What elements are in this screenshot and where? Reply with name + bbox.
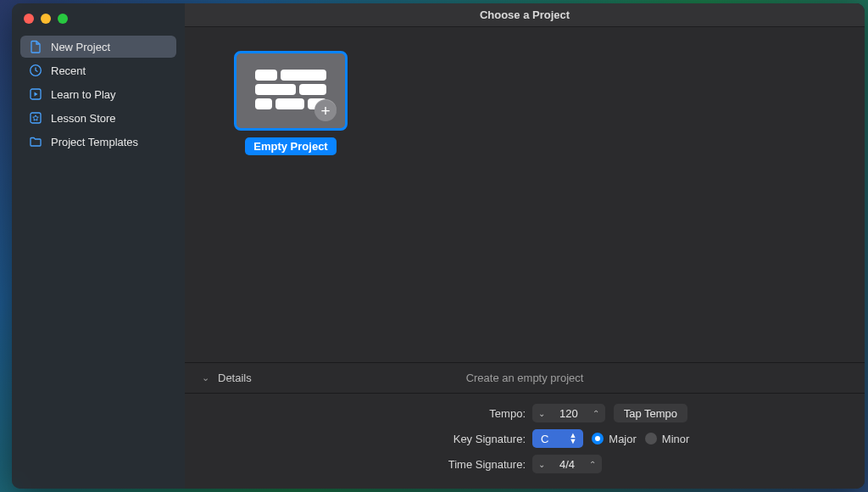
- stepper-down-icon[interactable]: ⌄: [532, 409, 551, 418]
- select-arrows-icon: ▲▼: [569, 433, 580, 444]
- sidebar-item-label: New Project: [51, 41, 110, 53]
- window-controls: [12, 10, 185, 36]
- stepper-down-icon[interactable]: ⌄: [532, 460, 551, 469]
- time-signature-row: Time Signature: ⌄ 4/4 ⌃: [185, 451, 865, 477]
- sidebar-item-lesson-store[interactable]: Lesson Store: [20, 107, 176, 129]
- clock-icon: [29, 64, 42, 77]
- tempo-row: Tempo: ⌄ 120 ⌃ Tap Tempo: [185, 400, 865, 426]
- plus-icon: +: [314, 99, 337, 121]
- template-tile-label: Empty Project: [245, 137, 336, 155]
- key-signature-value: C: [541, 433, 548, 445]
- sidebar-item-recent[interactable]: Recent: [20, 59, 176, 81]
- document-plus-icon: [29, 40, 42, 53]
- key-signature-label: Key Signature:: [185, 433, 532, 445]
- details-section: ⌄ Details Create an empty project Tempo:…: [185, 362, 865, 489]
- sidebar-item-label: Project Templates: [51, 136, 138, 148]
- template-thumbnail: +: [234, 51, 348, 131]
- tap-tempo-button[interactable]: Tap Tempo: [614, 404, 687, 422]
- key-signature-row: Key Signature: C ▲▼ Major Minor: [185, 426, 865, 451]
- radio-off-icon: [645, 433, 657, 444]
- details-description: Create an empty project: [466, 372, 584, 384]
- stepper-up-icon[interactable]: ⌃: [583, 460, 602, 469]
- sidebar-item-label: Recent: [51, 64, 86, 77]
- details-header-row[interactable]: ⌄ Details Create an empty project: [185, 363, 865, 393]
- key-signature-select[interactable]: C ▲▼: [532, 429, 583, 448]
- sidebar: New Project Recent Learn to Play Lesson …: [12, 3, 185, 489]
- sidebar-nav: New Project Recent Learn to Play Lesson …: [12, 36, 185, 153]
- play-square-icon: [29, 87, 42, 101]
- folder-icon: [29, 135, 42, 148]
- minimize-window-icon[interactable]: [41, 14, 51, 24]
- minor-radio[interactable]: Minor: [645, 433, 690, 445]
- major-radio[interactable]: Major: [592, 433, 637, 445]
- star-square-icon: [29, 111, 42, 125]
- time-signature-stepper[interactable]: ⌄ 4/4 ⌃: [532, 455, 602, 473]
- sidebar-item-label: Lesson Store: [51, 112, 116, 125]
- template-gallery: + Empty Project: [185, 27, 865, 362]
- chevron-down-icon: ⌄: [202, 372, 209, 383]
- sidebar-item-learn-to-play[interactable]: Learn to Play: [20, 83, 176, 105]
- window-title: Choose a Project: [185, 3, 865, 27]
- sidebar-item-new-project[interactable]: New Project: [20, 36, 176, 58]
- tap-tempo-label: Tap Tempo: [624, 407, 677, 420]
- details-header-label: Details: [218, 372, 252, 384]
- close-window-icon[interactable]: [24, 14, 34, 24]
- zoom-window-icon[interactable]: [58, 14, 68, 24]
- tempo-stepper[interactable]: ⌄ 120 ⌃: [532, 404, 605, 422]
- template-tile-empty-project[interactable]: + Empty Project: [234, 51, 348, 155]
- time-signature-value[interactable]: 4/4: [551, 458, 583, 471]
- sidebar-item-project-templates[interactable]: Project Templates: [20, 131, 176, 153]
- details-form: Tempo: ⌄ 120 ⌃ Tap Tempo Key Signature:: [185, 393, 865, 489]
- time-signature-label: Time Signature:: [185, 458, 532, 471]
- radio-on-icon: [592, 433, 604, 444]
- sidebar-item-label: Learn to Play: [51, 88, 116, 101]
- major-label: Major: [609, 433, 637, 445]
- stepper-up-icon[interactable]: ⌃: [587, 409, 605, 418]
- main-panel: Choose a Project + Empty Project ⌄: [185, 3, 865, 489]
- minor-label: Minor: [662, 433, 690, 445]
- tempo-value[interactable]: 120: [551, 407, 587, 420]
- tempo-label: Tempo:: [185, 407, 532, 420]
- project-chooser-window: New Project Recent Learn to Play Lesson …: [12, 3, 865, 489]
